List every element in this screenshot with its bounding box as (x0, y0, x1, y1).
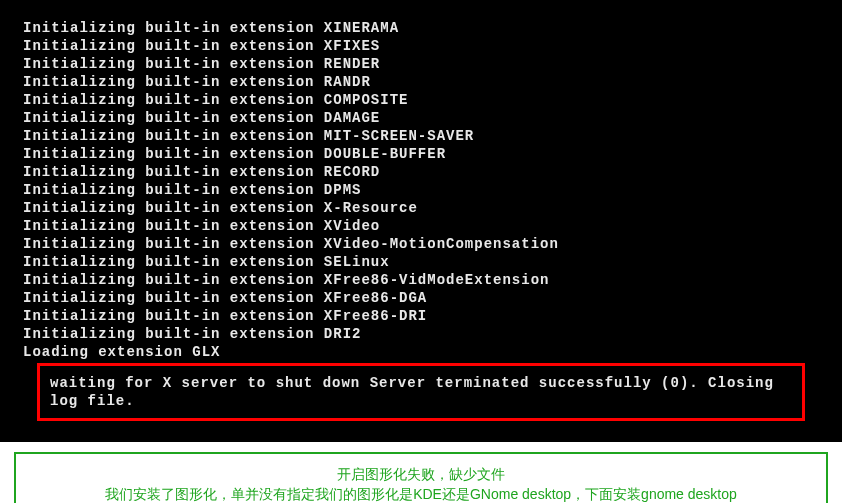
error-message: waiting for X server to shut down Server… (50, 374, 792, 410)
annotation-panel: 开启图形化失败，缺少文件 我们安装了图形化，单并没有指定我们的图形化是KDE还是… (14, 452, 828, 503)
init-extension-line: Initializing built-in extension RENDER (23, 55, 819, 73)
init-extension-line: Initializing built-in extension XFIXES (23, 37, 819, 55)
init-extension-line: Initializing built-in extension X-Resour… (23, 199, 819, 217)
init-extension-line: Initializing built-in extension XFree86-… (23, 307, 819, 325)
init-extension-line: Initializing built-in extension XVideo (23, 217, 819, 235)
init-extension-line: Initializing built-in extension DOUBLE-B… (23, 145, 819, 163)
init-extension-line: Initializing built-in extension MIT-SCRE… (23, 127, 819, 145)
init-extension-line: Initializing built-in extension XINERAMA (23, 19, 819, 37)
annotation-line-1: 开启图形化失败，缺少文件 (28, 464, 814, 484)
init-extension-line: Initializing built-in extension XFree86-… (23, 271, 819, 289)
init-extension-line: Initializing built-in extension DPMS (23, 181, 819, 199)
init-extension-line: Initializing built-in extension DRI2 (23, 325, 819, 343)
init-extension-line: Initializing built-in extension SELinux (23, 253, 819, 271)
init-extension-line: Initializing built-in extension XFree86-… (23, 289, 819, 307)
init-extension-line: Initializing built-in extension RANDR (23, 73, 819, 91)
init-extension-line: Initializing built-in extension COMPOSIT… (23, 91, 819, 109)
terminal-output: Initializing built-in extension XINERAMA… (0, 0, 842, 442)
init-extension-line: Initializing built-in extension XVideo-M… (23, 235, 819, 253)
error-highlight-box: waiting for X server to shut down Server… (37, 363, 805, 421)
loading-line: Loading extension GLX (23, 343, 819, 361)
init-extension-line: Initializing built-in extension DAMAGE (23, 109, 819, 127)
init-extension-line: Initializing built-in extension RECORD (23, 163, 819, 181)
annotation-line-2: 我们安装了图形化，单并没有指定我们的图形化是KDE还是GNome desktop… (28, 484, 814, 503)
